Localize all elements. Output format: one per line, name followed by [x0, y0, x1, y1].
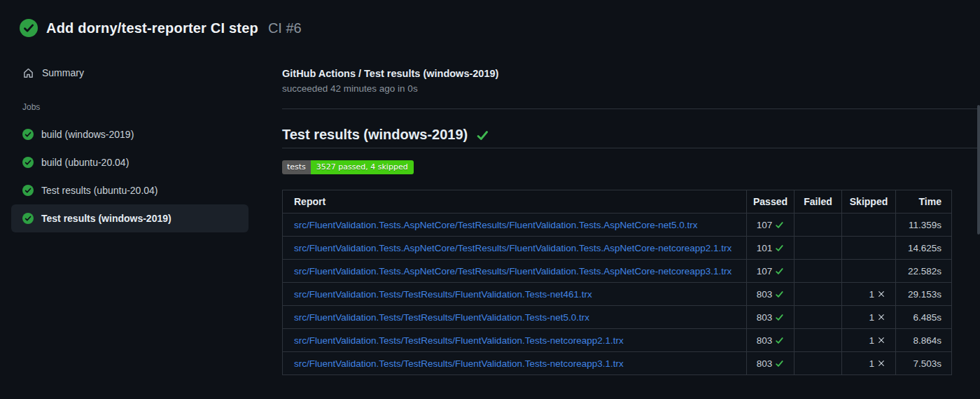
report-link[interactable]: src/FluentValidation.Tests/TestResults/F… [294, 335, 624, 346]
column-header-time: Time [896, 190, 952, 214]
table-header-row: ReportPassedFailedSkippedTime [283, 190, 952, 214]
report-link[interactable]: src/FluentValidation.Tests/TestResults/F… [294, 289, 592, 300]
report-cell: src/FluentValidation.Tests/TestResults/F… [283, 306, 747, 329]
time-value: 6.485s [913, 312, 941, 323]
skipped-cell: 1 [842, 283, 896, 306]
badge-label: tests [282, 160, 311, 174]
check-circle-icon [22, 213, 34, 224]
time-value: 11.359s [909, 220, 941, 230]
report-cell: src/FluentValidation.Tests/TestResults/F… [283, 283, 747, 306]
time-cell: 11.359s [896, 214, 952, 237]
time-value: 14.625s [908, 243, 941, 253]
x-icon [877, 290, 886, 298]
check-icon [775, 220, 784, 230]
failed-cell [794, 283, 842, 306]
time-cell: 22.582s [896, 260, 952, 283]
x-icon [877, 359, 886, 368]
passed-cell: 107 [747, 260, 794, 283]
failed-cell [794, 214, 842, 237]
skipped-cell [842, 237, 896, 260]
skipped-count: 1 [869, 312, 874, 323]
skipped-count: 1 [869, 335, 874, 346]
test-results-table: ReportPassedFailedSkippedTime src/Fluent… [282, 190, 952, 375]
passed-cell: 803 [747, 306, 794, 329]
check-icon [775, 336, 784, 345]
skipped-count: 1 [869, 289, 874, 300]
sidebar-job-item[interactable]: build (ubuntu-20.04) [11, 148, 248, 176]
section-heading: Test results (windows-2019) [282, 127, 468, 143]
time-cell: 14.625s [896, 237, 952, 260]
report-link[interactable]: src/FluentValidation.Tests.AspNetCore/Te… [294, 243, 732, 253]
check-circle-icon [22, 157, 34, 168]
time-cell: 29.153s [896, 283, 952, 306]
summary-label: Summary [42, 67, 84, 78]
x-icon [877, 336, 886, 344]
failed-cell [794, 260, 842, 283]
passed-count: 107 [757, 220, 773, 230]
section-heading-row: Test results (windows-2019) [282, 127, 489, 143]
table-row: src/FluentValidation.Tests.AspNetCore/Te… [283, 214, 952, 237]
passed-count: 803 [757, 289, 773, 300]
column-header-failed: Failed [794, 190, 842, 214]
job-label: Test results (windows-2019) [41, 213, 172, 224]
sidebar-job-item[interactable]: Test results (ubuntu-20.04) [11, 176, 248, 204]
report-link[interactable]: src/FluentValidation.Tests.AspNetCore/Te… [294, 266, 732, 276]
job-label: Test results (ubuntu-20.04) [41, 185, 158, 196]
sidebar-job-item[interactable]: build (windows-2019) [11, 120, 248, 148]
report-cell: src/FluentValidation.Tests.AspNetCore/Te… [283, 237, 747, 260]
time-value: 7.503s [913, 358, 941, 369]
skipped-cell: 1 [842, 329, 896, 352]
report-link[interactable]: src/FluentValidation.Tests/TestResults/F… [294, 358, 624, 369]
failed-cell [794, 237, 842, 260]
time-cell: 6.485s [896, 306, 952, 329]
check-run-status: succeeded 42 minutes ago in 0s [282, 83, 498, 94]
skipped-cell: 1 [842, 352, 896, 375]
report-link[interactable]: src/FluentValidation.Tests.AspNetCore/Te… [294, 220, 698, 230]
jobs-list: build (windows-2019)build (ubuntu-20.04)… [11, 120, 248, 232]
home-icon [22, 67, 34, 79]
check-icon [775, 244, 784, 253]
divider [282, 148, 980, 148]
failed-cell [794, 352, 842, 375]
jobs-section-label: Jobs [22, 102, 40, 112]
check-icon [775, 313, 784, 322]
report-cell: src/FluentValidation.Tests.AspNetCore/Te… [283, 260, 747, 283]
column-header-passed: Passed [747, 190, 794, 214]
report-link[interactable]: src/FluentValidation.Tests/TestResults/F… [294, 312, 589, 323]
job-label: build (ubuntu-20.04) [41, 157, 129, 168]
passed-cell: 803 [747, 283, 794, 306]
failed-cell [794, 306, 842, 329]
check-suite-title: GitHub Actions / Test results (windows-2… [282, 68, 498, 79]
table-row: src/FluentValidation.Tests/TestResults/F… [283, 329, 952, 352]
table-row: src/FluentValidation.Tests.AspNetCore/Te… [283, 237, 952, 260]
sidebar-item-summary[interactable]: Summary [11, 60, 248, 85]
job-label: build (windows-2019) [41, 129, 134, 140]
report-cell: src/FluentValidation.Tests.AspNetCore/Te… [283, 214, 747, 237]
column-header-report: Report [283, 190, 747, 214]
check-icon [775, 290, 784, 299]
divider [282, 108, 980, 109]
passed-cell: 803 [747, 352, 794, 375]
badge-value: 3527 passed, 4 skipped [311, 160, 414, 174]
vertical-scrollbar-thumb[interactable] [977, 105, 980, 234]
passed-count: 803 [757, 312, 773, 323]
table-body: src/FluentValidation.Tests.AspNetCore/Te… [283, 214, 952, 375]
skipped-cell [842, 260, 896, 283]
check-icon [775, 359, 784, 368]
tests-badge: tests 3527 passed, 4 skipped [282, 160, 414, 174]
sidebar-job-item[interactable]: Test results (windows-2019) [11, 204, 248, 232]
check-icon [775, 267, 784, 276]
passed-cell: 107 [747, 214, 794, 237]
passed-cell: 803 [747, 329, 794, 352]
x-icon [877, 313, 886, 321]
table-row: src/FluentValidation.Tests.AspNetCore/Te… [283, 260, 952, 283]
passed-count: 803 [757, 335, 773, 346]
check-circle-icon [22, 129, 34, 140]
table-row: src/FluentValidation.Tests/TestResults/F… [283, 283, 952, 306]
check-header: GitHub Actions / Test results (windows-2… [282, 68, 498, 94]
time-value: 22.582s [908, 266, 941, 276]
skipped-count: 1 [869, 358, 874, 369]
sidebar: Summary Jobs build (windows-2019)build (… [0, 0, 280, 399]
skipped-cell: 1 [842, 306, 896, 329]
table-row: src/FluentValidation.Tests/TestResults/F… [283, 306, 952, 329]
